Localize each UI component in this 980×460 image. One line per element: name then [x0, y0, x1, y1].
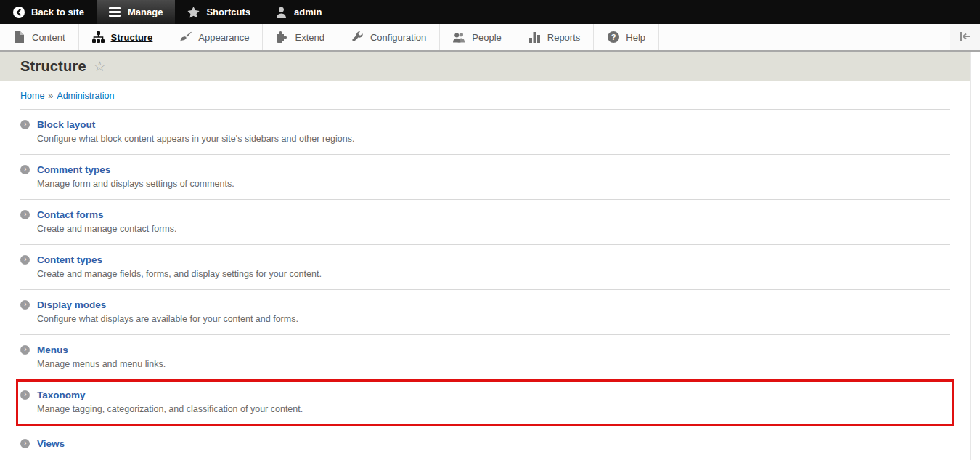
admin-toolbar: Back to site Manage Shortcuts admin	[0, 0, 980, 24]
item-description: Manage menus and menu links.	[37, 359, 950, 369]
item-description: Create and manage fields, forms, and dis…	[37, 269, 950, 279]
tab-label: Extend	[295, 32, 324, 43]
collapse-left-icon	[960, 31, 971, 44]
item-description: Create and manage contact forms.	[37, 224, 950, 234]
shortcuts-button[interactable]: Shortcuts	[175, 0, 263, 24]
help-question-icon: ?	[607, 31, 619, 44]
chevron-circle-icon	[20, 439, 30, 448]
tab-configuration[interactable]: Configuration	[338, 24, 440, 50]
breadcrumb-home-link[interactable]: Home	[20, 91, 44, 101]
tab-extend[interactable]: Extend	[263, 24, 338, 50]
admin-tab-bar: Content Structure Appearance Extend Conf…	[0, 24, 980, 52]
tab-label: Content	[32, 32, 65, 43]
page-content-area: Structure Home»Administration Block layo…	[0, 52, 971, 460]
manage-button[interactable]: Manage	[97, 0, 175, 24]
list-item-views: Views	[20, 426, 950, 460]
chevron-circle-icon	[20, 165, 30, 174]
page-title: Structure	[20, 58, 86, 75]
user-menu-button[interactable]: admin	[263, 0, 334, 24]
star-icon	[187, 6, 200, 18]
content-types-link[interactable]: Content types	[37, 254, 102, 265]
back-to-site-button[interactable]: Back to site	[0, 0, 97, 24]
puzzle-icon	[276, 31, 288, 44]
menus-link[interactable]: Menus	[37, 344, 68, 355]
list-item-display-modes: Display modes Configure what displays ar…	[20, 289, 950, 334]
tab-appearance[interactable]: Appearance	[166, 24, 263, 50]
tab-content[interactable]: Content	[0, 24, 79, 50]
chevron-circle-icon	[20, 210, 30, 219]
back-circle-icon	[12, 6, 25, 18]
block-layout-link[interactable]: Block layout	[37, 119, 95, 130]
item-description: Configure what displays are available fo…	[37, 314, 950, 324]
list-item-menus: Menus Manage menus and menu links.	[20, 334, 950, 379]
list-item-taxonomy-highlighted: Taxonomy Manage tagging, categorization,…	[16, 379, 954, 426]
list-item-content-types: Content types Create and manage fields, …	[20, 244, 950, 289]
user-icon	[275, 6, 287, 18]
tab-label: Structure	[111, 32, 153, 43]
toolbar-orientation-toggle-button[interactable]	[950, 24, 980, 50]
tab-bar-spacer	[659, 24, 950, 50]
manage-label: Manage	[128, 7, 163, 17]
hamburger-menu-icon	[109, 6, 121, 18]
tab-structure[interactable]: Structure	[79, 24, 167, 50]
tab-reports[interactable]: Reports	[515, 24, 595, 50]
people-icon	[453, 31, 465, 44]
page-title-band: Structure	[0, 52, 970, 81]
list-item-contact-forms: Contact forms Create and manage contact …	[20, 199, 950, 244]
chevron-circle-icon	[20, 300, 30, 310]
tab-label: People	[472, 32, 501, 43]
svg-text:?: ?	[611, 33, 616, 41]
structure-admin-list: Block layout Configure what block conten…	[20, 109, 950, 460]
breadcrumb-administration-link[interactable]: Administration	[57, 91, 114, 101]
breadcrumb: Home»Administration	[0, 81, 970, 102]
username-label: admin	[294, 7, 322, 17]
shortcuts-label: Shortcuts	[206, 7, 250, 17]
chevron-circle-icon	[20, 345, 30, 355]
sitemap-icon	[92, 31, 105, 44]
taxonomy-link[interactable]: Taxonomy	[37, 390, 86, 400]
display-modes-link[interactable]: Display modes	[37, 299, 106, 310]
tab-people[interactable]: People	[440, 24, 515, 50]
list-item-block-layout: Block layout Configure what block conten…	[20, 109, 950, 154]
tab-help[interactable]: ? Help	[594, 24, 659, 50]
comment-types-link[interactable]: Comment types	[37, 164, 110, 175]
document-icon	[13, 31, 25, 44]
contact-forms-link[interactable]: Contact forms	[37, 209, 104, 220]
breadcrumb-separator: »	[48, 91, 53, 101]
chevron-circle-icon	[20, 390, 30, 400]
tab-label: Appearance	[198, 32, 249, 43]
item-description: Manage form and displays settings of com…	[37, 179, 950, 189]
views-link[interactable]: Views	[37, 438, 65, 449]
favorite-star-icon[interactable]	[94, 60, 106, 73]
item-description: Configure what block content appears in …	[37, 134, 950, 144]
bar-chart-icon	[528, 31, 541, 44]
chevron-circle-icon	[20, 120, 30, 129]
chevron-circle-icon	[20, 255, 30, 265]
item-description: Manage tagging, categorization, and clas…	[37, 404, 950, 414]
back-to-site-label: Back to site	[31, 7, 84, 17]
list-item-comment-types: Comment types Manage form and displays s…	[20, 154, 950, 199]
paintbrush-icon	[179, 31, 192, 44]
wrench-icon	[351, 31, 364, 44]
tab-label: Reports	[547, 32, 581, 43]
tab-label: Configuration	[370, 32, 426, 43]
tab-label: Help	[626, 32, 645, 43]
